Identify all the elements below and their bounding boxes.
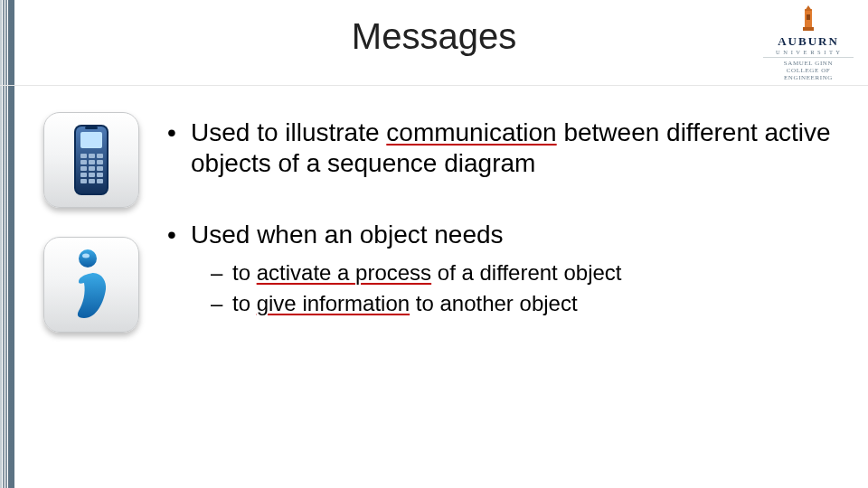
svg-rect-15 [97, 166, 103, 171]
sub-text-underlined: give information [257, 291, 410, 315]
svg-rect-7 [80, 154, 87, 158]
bullet-text-underlined: communication [386, 118, 556, 146]
bullet-item: Used to illustrate communication between… [167, 117, 832, 178]
svg-point-23 [79, 249, 97, 267]
svg-rect-14 [89, 166, 95, 171]
bullet-text-pre: Used when an object needs [191, 221, 504, 249]
sub-bullet-item: to activate a process of a different obj… [191, 259, 832, 286]
logo-subline2: SAMUEL GINN COLLEGE OF ENGINEERING [763, 57, 854, 81]
svg-rect-10 [80, 160, 87, 164]
info-icon [66, 248, 117, 322]
svg-rect-1 [803, 27, 814, 31]
phone-icon-tile [43, 112, 139, 208]
svg-rect-18 [97, 173, 103, 177]
slide-title: Messages [0, 16, 868, 57]
sub-text-post: to another object [410, 291, 577, 315]
svg-rect-22 [85, 127, 98, 129]
sub-text-pre: to [232, 291, 257, 315]
svg-rect-16 [80, 173, 87, 177]
svg-point-24 [82, 254, 90, 258]
logo-subline1: U N I V E R S I T Y [763, 49, 854, 55]
bullet-text-pre: Used to illustrate [191, 118, 386, 146]
sub-bullet-item: to give information to another object [191, 290, 832, 317]
svg-rect-3 [807, 14, 810, 20]
svg-marker-2 [805, 5, 812, 11]
sub-text-pre: to [232, 260, 257, 285]
svg-rect-13 [80, 166, 87, 171]
svg-rect-17 [89, 173, 95, 177]
sub-text-underlined: activate a process [257, 260, 431, 285]
mobile-phone-icon [72, 123, 110, 197]
svg-rect-6 [80, 132, 102, 148]
sub-bullet-list: to activate a process of a different obj… [191, 259, 832, 317]
bullet-item: Used when an object needs to activate a … [167, 220, 832, 317]
svg-rect-12 [97, 160, 103, 164]
svg-rect-21 [97, 179, 103, 183]
tower-icon [796, 5, 821, 33]
slide: Messages AUBURN U N I V E R S I T Y SAMU… [0, 0, 868, 488]
svg-rect-11 [89, 160, 95, 164]
info-icon-tile [43, 237, 139, 333]
svg-rect-8 [89, 154, 95, 158]
left-accent-bar [0, 0, 14, 488]
university-logo: AUBURN U N I V E R S I T Y SAMUEL GINN C… [763, 5, 854, 81]
svg-rect-20 [89, 179, 95, 183]
svg-rect-19 [80, 179, 87, 183]
svg-rect-9 [97, 154, 103, 158]
sub-text-post: of a different object [431, 260, 621, 285]
bullet-list: Used to illustrate communication between… [167, 117, 832, 317]
slide-content: Used to illustrate communication between… [167, 117, 832, 359]
header-separator [0, 85, 868, 86]
logo-university: AUBURN [763, 34, 854, 49]
